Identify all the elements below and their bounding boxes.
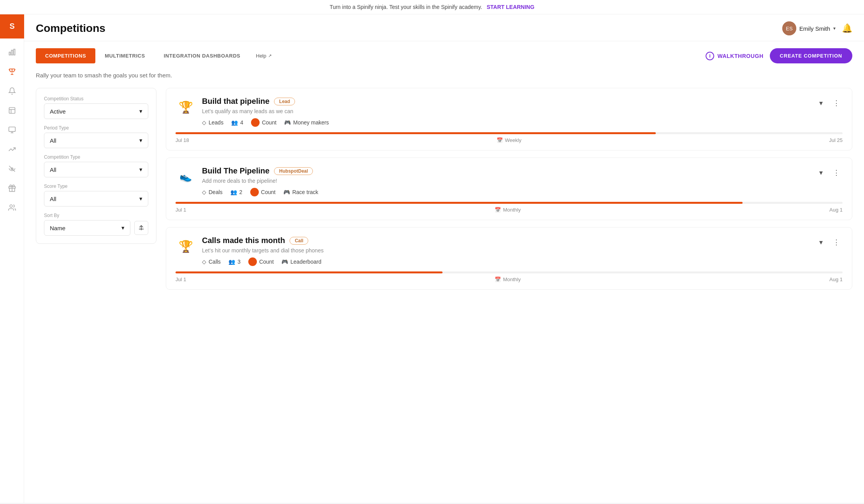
banner-text: Turn into a Spinify ninja. Test your ski…: [330, 4, 482, 10]
competition-description: Let's qualify as many leads as we can: [202, 108, 808, 114]
card-footer: Jul 1 📅 Monthly Aug 1: [176, 276, 843, 282]
progress-bar: [176, 271, 443, 273]
display-item: 🎮 Race track: [283, 189, 318, 195]
score-item: Count: [251, 118, 276, 127]
create-competition-button[interactable]: CREATE COMPETITION: [770, 48, 852, 63]
top-banner: Turn into a Spinify ninja. Test your ski…: [0, 0, 864, 14]
participants-item: 👥 3: [228, 259, 241, 265]
calendar-icon: 📅: [495, 207, 501, 213]
info-icon: i: [706, 52, 714, 60]
chevron-down-icon: ▾: [139, 166, 142, 173]
start-date: Jul 1: [176, 207, 186, 213]
user-info[interactable]: ES Emily Smith ▾: [782, 21, 836, 35]
sidebar-item-team[interactable]: [4, 200, 20, 216]
competition-title: Build The Pipeline: [202, 166, 269, 175]
chevron-down-icon: ▾: [139, 195, 142, 202]
sidebar-item-announcements[interactable]: [4, 83, 20, 99]
expand-button[interactable]: ▾: [815, 166, 827, 179]
sidebar-item-reports[interactable]: [4, 102, 20, 119]
avatar: ES: [782, 21, 796, 35]
end-date: Jul 25: [829, 137, 843, 143]
display-item: 🎮 Leaderboard: [281, 259, 321, 265]
competition-description: Add more deals to the pipeline!: [202, 178, 808, 184]
competition-card: 🏆 Build that pipeline Lead Let's qualify…: [166, 88, 852, 150]
tab-right-actions: i WALKTHROUGH CREATE COMPETITION: [706, 48, 852, 63]
diamond-icon: ◇: [202, 119, 206, 126]
score-dot: [248, 257, 257, 266]
user-name: Emily Smith: [799, 25, 830, 32]
tab-integration-dashboards[interactable]: INTEGRATION DASHBOARDS: [155, 48, 250, 63]
people-icon: 👥: [230, 189, 237, 195]
help-link[interactable]: Help ↗: [256, 53, 272, 59]
sort-row: Name ▾: [44, 220, 148, 236]
sort-direction-button[interactable]: [134, 221, 148, 235]
competition-type-select[interactable]: All ▾: [44, 162, 148, 177]
metric-item: ◇ Leads: [202, 119, 223, 126]
competition-card: 🏆 Calls made this month Call Let's hit o…: [166, 227, 852, 290]
expand-button[interactable]: ▾: [815, 236, 827, 248]
period-info: 📅 Monthly: [495, 276, 521, 282]
content-layout: Competition Status Active ▾ Period Type …: [36, 88, 852, 297]
more-options-button[interactable]: ⋮: [830, 97, 843, 109]
card-header: 🏆 Calls made this month Call Let's hit o…: [176, 236, 843, 266]
sidebar-item-trends[interactable]: [4, 141, 20, 158]
walkthrough-button[interactable]: i WALKTHROUGH: [706, 52, 763, 60]
progress-bar-wrap: [176, 202, 843, 204]
period-type-select[interactable]: All ▾: [44, 133, 148, 148]
page-body: Rally your team to smash the goals you s…: [24, 63, 864, 305]
svg-text:ES: ES: [786, 26, 793, 32]
competition-badge: HubspotDeal: [274, 167, 313, 175]
competition-list: 🏆 Build that pipeline Lead Let's qualify…: [166, 88, 852, 297]
start-date: Jul 1: [176, 276, 186, 282]
tab-multimetrics[interactable]: MULTIMETRICS: [95, 48, 155, 63]
period-info: 📅 Monthly: [495, 207, 521, 213]
score-type-select[interactable]: All ▾: [44, 191, 148, 206]
sort-by-label: Sort By: [44, 213, 148, 218]
sidebar-item-competitions[interactable]: [4, 63, 20, 80]
filter-competition-type: Competition Type All ▾: [44, 154, 148, 177]
filter-score-type: Score Type All ▾: [44, 184, 148, 206]
sidebar-item-rewards[interactable]: [4, 180, 20, 196]
svg-rect-5: [9, 108, 15, 114]
chevron-down-icon: ▾: [121, 224, 125, 231]
expand-button[interactable]: ▾: [815, 97, 827, 109]
progress-bar-wrap: [176, 132, 843, 134]
competition-status-label: Competition Status: [44, 96, 148, 102]
main-content: Competitions ES Emily Smith ▾ 🔔 COMPETIT…: [24, 14, 864, 503]
card-title-row: Calls made this month Call: [202, 236, 808, 245]
sidebar: S: [0, 14, 24, 503]
progress-bar-wrap: [176, 271, 843, 273]
sidebar-item-analytics[interactable]: [4, 44, 20, 60]
card-header: 👟 Build The Pipeline HubspotDeal Add mor…: [176, 166, 843, 196]
card-main: Build The Pipeline HubspotDeal Add more …: [202, 166, 808, 196]
svg-rect-3: [11, 50, 12, 55]
card-actions: ▾ ⋮: [815, 97, 843, 109]
chevron-down-icon: ▾: [139, 108, 142, 115]
sidebar-item-display[interactable]: [4, 122, 20, 138]
more-options-button[interactable]: ⋮: [830, 236, 843, 248]
competition-badge: Call: [290, 237, 308, 245]
period-info: 📅 Weekly: [497, 137, 521, 143]
banner-cta[interactable]: START LEARNING: [486, 4, 534, 10]
page-header: Competitions ES Emily Smith ▾ 🔔: [24, 14, 864, 41]
app-logo[interactable]: S: [0, 14, 24, 38]
card-actions: ▾ ⋮: [815, 236, 843, 248]
filter-sort-by: Sort By Name ▾: [44, 213, 148, 236]
metric-item: ◇ Calls: [202, 259, 221, 265]
competition-type-label: Competition Type: [44, 154, 148, 160]
bell-icon[interactable]: 🔔: [842, 23, 852, 33]
card-actions: ▾ ⋮: [815, 166, 843, 179]
tab-competitions[interactable]: COMPETITIONS: [36, 48, 95, 63]
svg-rect-8: [9, 127, 15, 132]
diamond-icon: ◇: [202, 259, 206, 265]
competition-icon: 🏆: [176, 236, 196, 256]
more-options-button[interactable]: ⋮: [830, 166, 843, 179]
svg-rect-2: [9, 52, 10, 55]
svg-text:S: S: [9, 22, 14, 30]
calendar-icon: 📅: [495, 276, 501, 282]
svg-point-14: [10, 205, 12, 208]
sort-by-select[interactable]: Name ▾: [44, 220, 130, 236]
sidebar-item-watch[interactable]: [4, 161, 20, 177]
competition-status-select[interactable]: Active ▾: [44, 103, 148, 119]
participants-item: 👥 4: [231, 119, 243, 126]
